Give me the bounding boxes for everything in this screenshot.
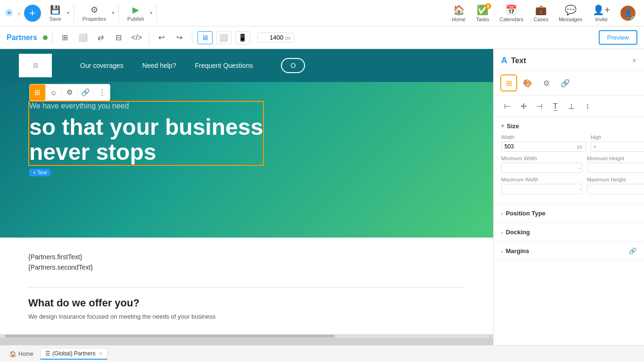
responsive-button[interactable]: ⊟ [111,30,126,45]
nav-home[interactable]: 🏠 Home [448,2,469,24]
tab-close-button[interactable]: × [99,351,102,356]
min-height-group: Minimum Height - [587,156,644,173]
avatar: 👤 [620,6,636,21]
panel-title: Text [511,57,526,65]
page-tab[interactable]: ☰ (Global) Partners × [40,348,107,360]
nav-faq[interactable]: Frequent Questions [195,62,253,69]
add-button[interactable]: + [24,5,41,22]
grid-layout-button[interactable]: ⊞ [58,30,73,45]
save-group: 💾 Save ▾ [43,4,74,23]
home-icon: 🏠 [453,4,465,16]
width-field-group: Width 503 px [501,134,586,152]
max-width-input-group: - [501,184,582,194]
page-content: 🖼 Our coverages Need help? Frequent Ques… [0,49,493,334]
width-field[interactable]: 503 [504,143,575,150]
nav-cases[interactable]: 💼 Cases [530,2,552,24]
canvas[interactable]: 🖼 Our coverages Need help? Frequent Ques… [0,49,493,345]
size-section-label[interactable]: ▾ Size [501,123,636,130]
align-top-button[interactable]: T̲ [548,99,562,113]
nav-invite[interactable]: 👤+ Invite [589,2,614,24]
high-field-group: High - auto [591,134,644,152]
align-bottom-button[interactable]: ↕ [580,99,594,113]
docking-label: Docking [506,229,530,236]
preview-button[interactable]: Preview [599,30,637,45]
high-field[interactable]: - [594,143,644,150]
element-link-button[interactable]: 🔗 [78,84,94,100]
undo-button[interactable]: ↩ [154,30,169,45]
save-button[interactable]: 💾 Save [46,3,65,24]
messages-icon: 💬 [565,4,577,16]
align-center-v-button[interactable]: ⊥ [564,99,578,113]
back-arrow[interactable]: › [18,9,20,17]
nav-tasks[interactable]: ✅ Tasks 9 [472,2,493,24]
min-height-input-group: - [587,163,644,173]
properties-label: Properties [83,16,106,22]
app-logo[interactable]: ✳ [5,7,13,19]
scroll-right-arrow[interactable]: › [489,332,493,340]
docking-section[interactable]: › Docking [494,223,644,242]
nav-cta-button[interactable]: O [281,58,305,73]
nav-calendars[interactable]: 📅 Calendars [496,2,527,24]
tasks-badge: 9 [485,3,491,9]
nav-coverages[interactable]: Our coverages [80,62,124,69]
layers-button[interactable]: ⬜ [75,30,91,45]
max-height-dash: - [592,186,644,192]
tasks-label: Tasks [476,16,489,22]
desktop-viewport-button[interactable]: 🖥 [198,31,213,44]
viewport-width-input[interactable]: 1400 [261,34,283,41]
max-dimensions-row: Maximum Width - Maximum Height - [501,177,636,194]
save-dropdown-chevron[interactable]: ▾ [66,9,71,17]
nav-help[interactable]: Need help? [142,62,176,69]
right-panel: A Text × ⊞ 🎨 ⚙ 🔗 ⊢ ✛ ⊣ T̲ ⊥ ↕ ▾ Size [493,49,644,345]
min-dimensions-row: Minimum Width - Minimum Height - [501,156,636,173]
scrollbar-thumb[interactable] [5,335,335,337]
save-icon: 💾 [50,5,60,15]
panel-close-button[interactable]: × [632,57,636,65]
home-tab[interactable]: 🏠 Home [5,349,38,359]
element-style-button[interactable]: ☺ [46,84,62,100]
hero-title: so that your business never stops [29,115,263,165]
min-width-dash: - [506,165,581,171]
element-settings-button[interactable]: ⚙ [62,84,78,100]
alignment-row: ⊢ ✛ ⊣ T̲ ⊥ ↕ [494,96,644,117]
panel-tab-style[interactable]: 🎨 [519,74,536,91]
element-layout-button[interactable]: ⊞ [30,84,46,100]
min-width-input-group: - [501,163,582,173]
publish-button[interactable]: ▶ Publish [124,3,148,24]
code-button[interactable]: </> [129,30,144,45]
nav-messages[interactable]: 💬 Messages [555,2,586,24]
margins-section[interactable]: › Margins 🔗 [494,242,644,261]
horizontal-scrollbar[interactable]: › [0,334,493,338]
max-height-group: Maximum Height - [587,177,644,194]
user-avatar-container[interactable]: 👤 [617,4,639,23]
panel-tab-layout[interactable]: ⊞ [500,74,517,91]
panel-tab-link[interactable]: 🔗 [557,74,574,91]
align-right-button[interactable]: ⊣ [532,99,546,113]
home-tab-icon: 🏠 [9,351,17,357]
selected-text-element[interactable]: ⊞ ☺ ⚙ 🔗 ⋮ We have everything you need so… [28,101,264,166]
page-status-dot [43,35,48,40]
element-breadcrumb[interactable]: Text [29,169,50,176]
element-more-button[interactable]: ⋮ [94,84,110,100]
properties-dropdown-chevron[interactable]: ▾ [111,9,116,17]
panel-tab-settings[interactable]: ⚙ [538,74,555,91]
align-left-button[interactable]: ⊢ [500,99,514,113]
canvas-inner[interactable]: 🖼 Our coverages Need help? Frequent Ques… [0,49,493,345]
calendars-label: Calendars [500,16,523,22]
navigation-button[interactable]: ⇄ [93,30,108,45]
publish-group: ▶ Publish ▾ [121,4,157,23]
panel-header: A Text × [494,49,644,71]
panel-tabs: ⊞ 🎨 ⚙ 🔗 [494,71,644,96]
mobile-viewport-button[interactable]: 📱 [235,31,250,44]
min-width-group: Minimum Width - [501,156,582,173]
publish-dropdown-chevron[interactable]: ▾ [149,9,154,17]
tablet-viewport-button[interactable]: ⬜ [216,31,231,44]
properties-button[interactable]: ⚙ Properties [79,3,110,24]
hero-section: ⊞ ☺ ⚙ 🔗 ⋮ We have everything you need so… [0,82,493,238]
toolbar-divider-3 [192,31,192,44]
width-unit: px [577,144,583,149]
redo-button[interactable]: ↪ [172,30,187,45]
size-chevron-icon: ▾ [501,123,504,129]
align-center-h-button[interactable]: ✛ [516,99,530,113]
position-type-section[interactable]: › Position Type [494,204,644,223]
